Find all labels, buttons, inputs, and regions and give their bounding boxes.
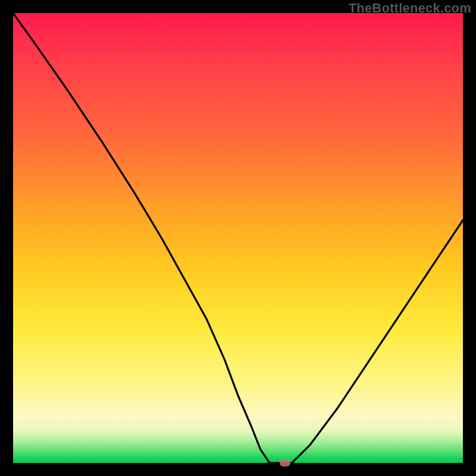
plot-area [13,13,463,463]
bottleneck-curve [13,13,463,463]
optimal-point-marker [280,459,290,466]
watermark-text: TheBottleneck.com [349,1,471,16]
chart-container: TheBottleneck.com [0,0,476,476]
curve-path [13,13,463,463]
